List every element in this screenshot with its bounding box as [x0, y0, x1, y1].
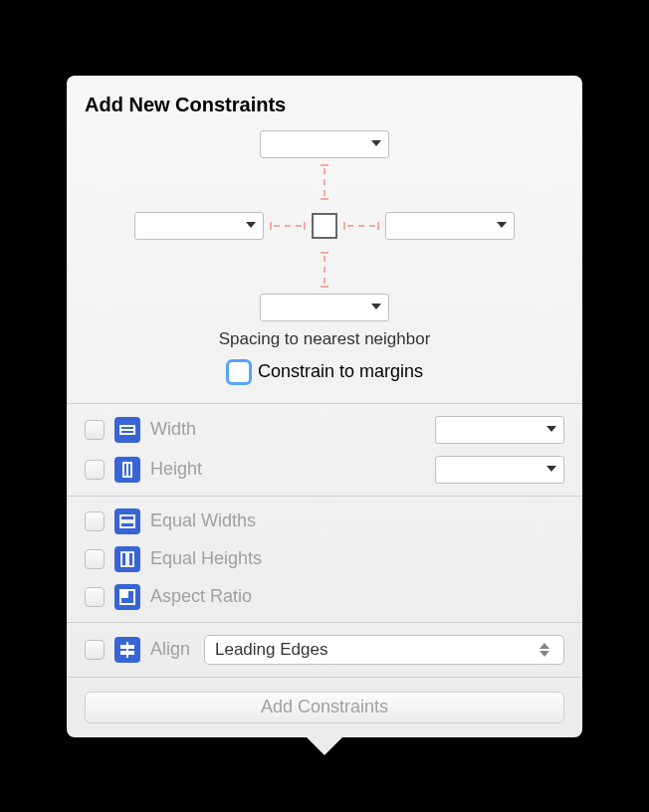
svg-rect-9 [120, 590, 128, 598]
equal-heights-label: Equal Heights [150, 548, 564, 569]
svg-rect-13 [120, 651, 126, 655]
width-value-field[interactable] [435, 416, 564, 444]
bottom-strut-icon[interactable] [321, 252, 328, 288]
height-checkbox[interactable] [85, 460, 105, 480]
spacing-section: Spacing to nearest neighbor Constrain to… [67, 126, 582, 397]
divider [67, 403, 582, 404]
dropdown-caret-icon [490, 222, 514, 229]
align-checkbox[interactable] [85, 640, 105, 660]
align-select[interactable]: Leading Edges [204, 635, 564, 665]
align-row: Align Leading Edges [67, 629, 582, 671]
height-row: Height [67, 450, 582, 490]
constraint-center-box-icon [312, 213, 337, 239]
divider [67, 496, 582, 497]
svg-rect-14 [128, 651, 134, 655]
equal-widths-row: Equal Widths [67, 503, 582, 540]
bottom-spacing-field[interactable] [260, 294, 389, 321]
trailing-strut-icon[interactable] [343, 222, 379, 230]
equal-heights-row: Equal Heights [67, 540, 582, 578]
height-label: Height [150, 459, 425, 480]
popover-title: Add New Constraints [67, 94, 582, 126]
height-value-field[interactable] [435, 456, 564, 484]
aspect-ratio-row: Aspect Ratio [67, 578, 582, 616]
svg-rect-4 [120, 515, 134, 520]
dropdown-caret-icon [540, 426, 563, 433]
equal-widths-icon [114, 508, 140, 534]
aspect-ratio-checkbox[interactable] [85, 587, 105, 607]
leading-spacing-field[interactable] [134, 212, 264, 240]
top-spacing-field[interactable] [260, 130, 389, 158]
svg-rect-11 [120, 645, 126, 649]
constrain-margins-checkbox[interactable] [226, 359, 252, 385]
constrain-margins-label: Constrain to margins [258, 361, 423, 382]
spacing-caption: Spacing to nearest neighbor [219, 329, 431, 349]
top-strut-icon[interactable] [321, 164, 328, 200]
height-icon [114, 457, 140, 483]
svg-rect-7 [128, 552, 133, 566]
divider [67, 622, 582, 623]
align-selected-value: Leading Edges [215, 640, 327, 660]
aspect-ratio-icon [114, 584, 140, 610]
align-label: Align [150, 639, 194, 660]
leading-strut-icon[interactable] [270, 222, 306, 230]
width-row: Width [67, 410, 582, 450]
svg-rect-6 [121, 552, 126, 566]
equal-widths-label: Equal Widths [150, 510, 564, 531]
divider [67, 677, 582, 678]
dropdown-caret-icon [540, 466, 563, 473]
aspect-ratio-label: Aspect Ratio [150, 586, 564, 607]
dropdown-caret-icon [364, 304, 388, 310]
width-checkbox[interactable] [85, 420, 105, 440]
align-icon [114, 637, 140, 663]
equal-heights-checkbox[interactable] [85, 549, 105, 569]
trailing-spacing-field[interactable] [385, 212, 515, 240]
equal-heights-icon [114, 546, 140, 572]
width-icon [114, 417, 140, 443]
stepper-icon [540, 641, 553, 659]
equal-widths-checkbox[interactable] [85, 511, 105, 531]
add-constraints-button[interactable]: Add Constraints [85, 692, 564, 723]
dropdown-caret-icon [239, 222, 263, 229]
add-constraints-popover: Add New Constraints [67, 76, 582, 737]
width-label: Width [150, 419, 425, 440]
svg-rect-5 [120, 522, 134, 527]
svg-rect-12 [128, 645, 134, 649]
dropdown-caret-icon [364, 140, 388, 147]
